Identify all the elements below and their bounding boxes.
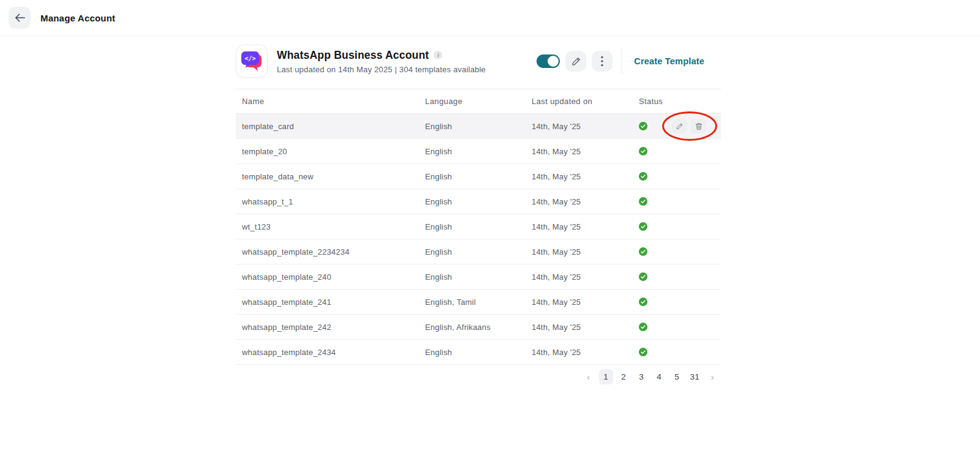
toggle-knob [548,56,559,67]
table-row[interactable]: wt_t123English14th, May '25 [236,214,721,239]
table-row[interactable]: template_data_newEnglish14th, May '25 [236,164,721,189]
table-row[interactable]: template_20English14th, May '25 [236,139,721,164]
whatsapp-account-icon: </> [236,45,268,78]
status-approved-icon [639,298,647,306]
template-name: whatsapp_template_242 [236,323,419,332]
page-title: Manage Account [40,13,115,23]
table-body: template_cardEnglish14th, May '25templat… [236,114,721,365]
template-updated: 14th, May '25 [526,197,633,206]
status-approved-icon [639,197,647,206]
template-status [633,340,721,364]
template-updated: 14th, May '25 [526,323,633,332]
template-name: whatsapp_template_2434 [236,348,419,357]
table-header-row: Name Language Last updated on Status [236,89,721,114]
template-updated: 14th, May '25 [526,147,633,156]
template-updated: 14th, May '25 [526,122,633,131]
more-options-button[interactable] [592,51,612,72]
column-header-language: Language [419,97,526,106]
template-language: English [419,197,526,206]
template-status [633,290,721,314]
template-updated: 14th, May '25 [526,172,633,181]
status-approved-icon [639,247,647,256]
account-title: WhatsApp Business Account [277,49,429,62]
create-template-button[interactable]: Create Template [634,56,704,66]
template-status [633,114,721,138]
controls-divider [622,48,622,74]
template-status [633,315,721,339]
main-content: </> WhatsApp Business Account i Last upd… [236,36,721,384]
edit-account-button[interactable] [565,51,586,72]
delete-template-button[interactable] [691,119,706,133]
column-header-updated: Last updated on [526,97,633,106]
back-button[interactable] [9,7,31,29]
page-button-1[interactable]: 1 [599,369,613,384]
page-buttons: 1234531 [597,369,704,384]
status-approved-icon [639,323,647,331]
info-icon[interactable]: i [434,51,442,59]
template-name: template_card [236,122,419,131]
row-actions [672,119,706,133]
page-button-5[interactable]: 5 [670,369,684,384]
account-text: WhatsApp Business Account i Last updated… [277,49,486,74]
template-updated: 14th, May '25 [526,247,633,257]
column-header-status: Status [633,97,721,106]
template-language: English [419,172,526,181]
page-button-2[interactable]: 2 [617,369,631,384]
top-bar: Manage Account [0,0,980,36]
template-name: template_data_new [236,172,419,181]
template-language: English, Tamil [419,298,526,307]
template-updated: 14th, May '25 [526,298,633,307]
template-updated: 14th, May '25 [526,348,633,357]
table-row[interactable]: whatsapp_template_240English14th, May '2… [236,264,721,290]
page-button-4[interactable]: 4 [652,369,666,384]
template-status [633,189,721,214]
account-subtitle: Last updated on 14th May 2025 | 304 temp… [277,65,486,74]
template-status [633,214,721,239]
pencil-icon [571,56,581,67]
template-name: whatsapp_template_240 [236,272,419,282]
template-status [633,164,721,189]
kebab-menu-icon [601,56,603,67]
table-row[interactable]: whatsapp_t_1English14th, May '25 [236,189,721,214]
account-enabled-toggle[interactable] [537,54,560,68]
red-highlight-annotation [662,111,717,141]
status-approved-icon [639,272,647,281]
status-approved-icon [639,147,647,155]
page-button-31[interactable]: 31 [688,369,702,384]
page-button-3[interactable]: 3 [635,369,649,384]
template-status [633,264,721,289]
previous-page-button[interactable]: ‹ [582,370,595,384]
table-row[interactable]: whatsapp_template_2234234English14th, Ma… [236,239,721,264]
template-name: wt_t123 [236,222,419,231]
pagination: ‹ 1234531 › [236,369,721,384]
template-status [633,139,721,163]
status-approved-icon [639,172,647,181]
table-row[interactable]: template_cardEnglish14th, May '25 [236,114,721,139]
arrow-left-icon [15,13,25,22]
template-language: English [419,247,526,257]
template-updated: 14th, May '25 [526,272,633,282]
template-updated: 14th, May '25 [526,222,633,231]
template-language: English [419,272,526,282]
template-language: English [419,122,526,131]
template-language: English [419,222,526,231]
table-row[interactable]: whatsapp_template_241English, Tamil14th,… [236,290,721,315]
template-status [633,239,721,264]
status-approved-icon [639,122,647,130]
template-name: whatsapp_t_1 [236,197,419,206]
template-language: English [419,147,526,156]
next-page-button[interactable]: › [706,370,718,384]
pencil-icon [676,122,684,130]
template-name: whatsapp_template_241 [236,298,419,307]
template-language: English [419,348,526,357]
account-controls: Create Template [537,48,721,74]
table-row[interactable]: whatsapp_template_242English, Afrikaans1… [236,315,721,340]
svg-text:</>: </> [244,55,255,62]
table-row[interactable]: whatsapp_template_2434English14th, May '… [236,340,721,365]
edit-template-button[interactable] [672,119,687,133]
trash-icon [695,122,703,130]
template-language: English, Afrikaans [419,323,526,332]
template-name: whatsapp_template_2234234 [236,247,419,257]
status-approved-icon [639,222,647,231]
templates-table: Name Language Last updated on Status tem… [236,89,721,365]
